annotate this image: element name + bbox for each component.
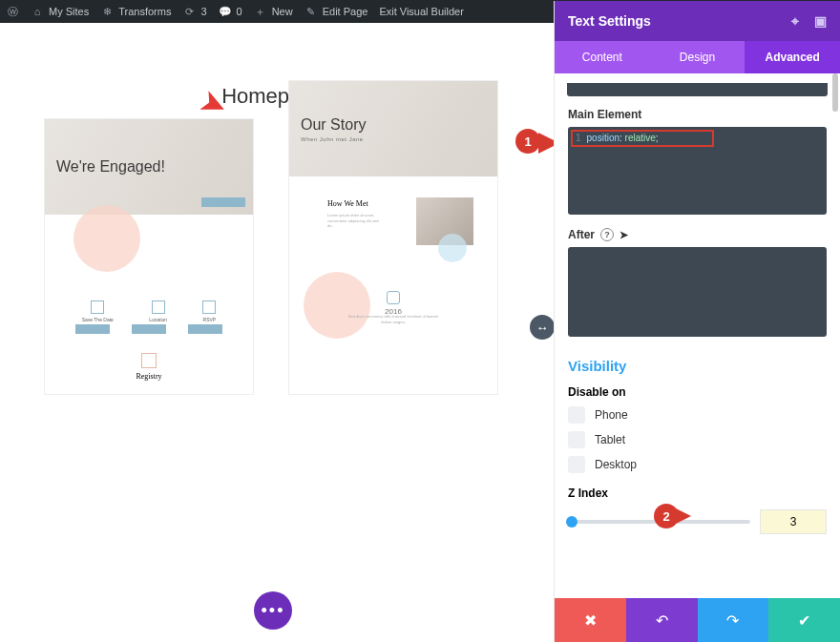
refresh-item[interactable]: ⟳3	[182, 5, 206, 18]
registry-label: Registry	[45, 372, 253, 381]
plus-icon: ＋	[254, 5, 267, 18]
cta-button	[201, 197, 245, 207]
mini-button	[75, 324, 110, 334]
editpage-label: Edit Page	[323, 6, 368, 17]
editor-canvas: Homepage ➤ We're Engaged! Save The Date …	[0, 23, 546, 642]
annotation-highlight-box	[571, 130, 714, 147]
mysites-item[interactable]: ⌂My Sites	[31, 5, 89, 18]
wp-logo[interactable]: ⓦ	[6, 5, 19, 18]
lorem-text: Lorem ipsum dolor sit amet, consectetur …	[327, 213, 385, 229]
collapsed-field[interactable]	[567, 83, 828, 96]
transforms-label: Transforms	[118, 6, 171, 17]
panel-tabs: Content Design Advanced	[555, 41, 840, 73]
subheading: How We Met	[327, 199, 368, 208]
undo-icon: ↶	[656, 611, 668, 630]
pin-icon	[152, 300, 165, 314]
checkbox-label: Tablet	[595, 433, 625, 446]
after-label: After ? ➤	[568, 228, 827, 241]
year-block: 2016	[289, 291, 497, 316]
house-icon: ⌂	[31, 5, 44, 18]
zindex-label: Z Index	[568, 487, 827, 500]
checkbox[interactable]	[568, 456, 585, 473]
hero-subtitle: When John met Jane	[301, 136, 497, 142]
undo-button[interactable]: ↶	[626, 598, 698, 642]
hero: We're Engaged!	[45, 119, 253, 215]
check-icon: ✔	[798, 611, 810, 630]
hero-title: Our Story	[301, 116, 497, 134]
tab-label: Design	[680, 51, 715, 64]
zindex-input[interactable]	[760, 509, 827, 534]
help-icon[interactable]: ?	[600, 228, 614, 241]
disable-tablet-row[interactable]: Tablet	[568, 431, 827, 448]
hero: Our Story When John met Jane	[289, 81, 497, 176]
comment-icon: 💬	[219, 5, 232, 18]
tab-label: Content	[582, 51, 622, 64]
panel-header: Text Settings ⌖ ▣	[555, 1, 840, 41]
decor-circle	[74, 205, 140, 272]
panel-drag-handle[interactable]: ↔	[530, 315, 555, 340]
icon-label: RSVP	[203, 317, 217, 322]
checkbox-label: Desktop	[595, 458, 637, 471]
transforms-item[interactable]: ❄Transforms	[100, 5, 171, 18]
mini-button	[132, 324, 166, 334]
css-after-editor[interactable]	[568, 247, 827, 337]
tab-design[interactable]: Design	[650, 41, 746, 73]
slider-knob[interactable]	[566, 516, 578, 528]
exit-vb-label: Exit Visual Builder	[379, 6, 463, 17]
annotation-badge-1: 1	[515, 129, 540, 154]
arrows-horizontal-icon: ↔	[536, 321, 549, 335]
badge-number: 1	[524, 135, 531, 149]
gauge-icon: ❄	[100, 5, 114, 18]
ellipsis-icon: •••	[262, 601, 285, 621]
panel-scrollbar[interactable]	[832, 73, 838, 112]
section-thumbnail-home[interactable]: We're Engaged! Save The Date Location RS…	[44, 118, 254, 395]
checkbox-label: Phone	[595, 408, 628, 422]
icon-label: Save The Date	[82, 317, 114, 322]
target-icon[interactable]: ⌖	[791, 13, 799, 30]
btn-row	[45, 324, 253, 334]
checkbox[interactable]	[568, 406, 585, 424]
disable-phone-row[interactable]: Phone	[568, 406, 827, 424]
new-item[interactable]: ＋New	[254, 5, 293, 18]
checkbox[interactable]	[568, 431, 585, 448]
refresh-icon: ⟳	[182, 5, 196, 18]
year-lorem: Sed diam nonummy nibh euismod tincidunt …	[346, 314, 440, 324]
panel-footer: ✖ ↶ ↷ ✔	[555, 598, 840, 642]
annotation-pointer-2	[676, 508, 691, 524]
editpage-item[interactable]: ✎Edit Page	[304, 5, 368, 18]
section-thumbnail-story[interactable]: Our Story When John met Jane How We Met …	[288, 80, 498, 395]
badge-number: 2	[662, 509, 669, 524]
decor-circle-small	[438, 234, 467, 262]
pencil-icon: ✎	[304, 5, 318, 18]
comments-item[interactable]: 💬0	[219, 5, 242, 18]
new-label: New	[272, 6, 293, 17]
cancel-button[interactable]: ✖	[555, 598, 626, 642]
mail-icon	[202, 300, 216, 314]
css-main-element-editor[interactable]: 1position: relative;	[568, 127, 827, 215]
icon-label: Location	[149, 317, 167, 322]
main-element-label: Main Element	[568, 108, 827, 121]
redo-icon: ↷	[726, 611, 739, 630]
icon-row: Save The Date Location RSVP	[45, 300, 253, 322]
disable-desktop-row[interactable]: Desktop	[568, 456, 827, 473]
expand-icon[interactable]: ▣	[814, 13, 827, 30]
mysites-label: My Sites	[49, 6, 89, 17]
save-button[interactable]: ✔	[768, 598, 840, 642]
redo-button[interactable]: ↷	[698, 598, 769, 642]
tab-advanced[interactable]: Advanced	[745, 41, 840, 73]
tab-content[interactable]: Content	[555, 41, 650, 73]
settings-panel: Text Settings ⌖ ▣ Content Design Advance…	[554, 1, 840, 642]
chat-icon	[387, 291, 400, 304]
close-icon: ✖	[584, 611, 597, 630]
vb-fab[interactable]: •••	[254, 591, 292, 630]
visibility-section-title[interactable]: Visibility	[568, 358, 827, 374]
exit-vb-item[interactable]: Exit Visual Builder	[379, 6, 463, 17]
wordpress-icon: ⓦ	[6, 5, 19, 18]
refresh-count: 3	[200, 6, 206, 17]
panel-body[interactable]: Main Element 1position: relative; After …	[555, 73, 840, 596]
gift-icon	[141, 353, 157, 368]
cursor-icon: ➤	[620, 229, 628, 241]
calendar-icon	[91, 300, 104, 314]
zindex-control: 2	[568, 509, 827, 534]
annotation-badge-2: 2	[654, 504, 691, 528]
